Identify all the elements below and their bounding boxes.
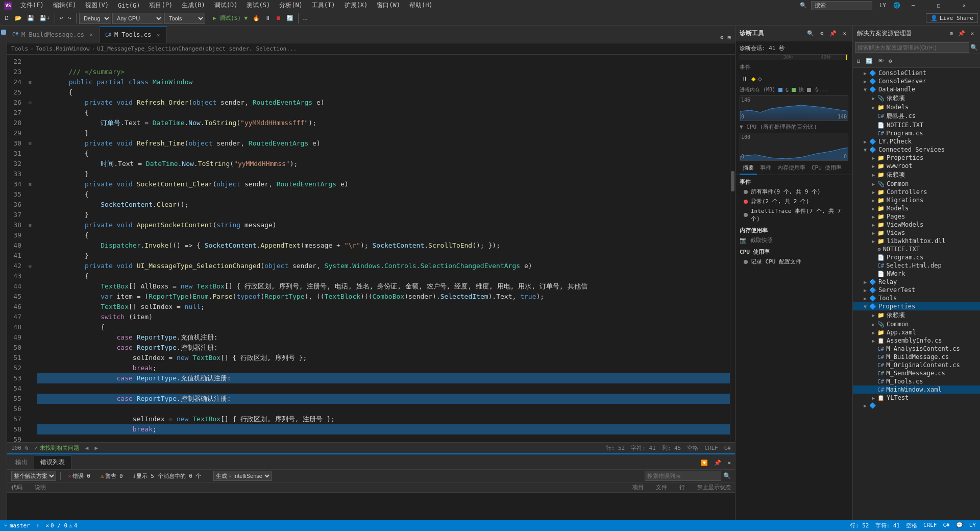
undo-button[interactable]: ↩ — [58, 13, 65, 24]
tree-consoleserver[interactable]: ▶ 🔷 ConsoleServer — [853, 77, 980, 85]
arrow-consoleclient[interactable]: ▶ — [861, 70, 869, 76]
tree-migrations[interactable]: ▶ 📁 Models — [853, 204, 980, 212]
tab-cpu-usage[interactable]: CPU 使用率 — [808, 162, 845, 175]
new-file-button[interactable]: 🗋 — [2, 13, 12, 24]
sol-refresh-button[interactable]: 🔄 — [864, 55, 875, 66]
code-content[interactable]: /// </summary> public partial class Main… — [35, 55, 730, 442]
menu-tools[interactable]: 工具(T) — [308, 0, 339, 11]
code-area[interactable]: 22 23 24 25 26 27 28 29 30 31 32 33 34 3… — [7, 55, 735, 442]
arrow-appxaml[interactable]: ▶ — [869, 338, 877, 344]
tree-nwork[interactable]: ▶ 🔷 Relay — [853, 278, 980, 286]
arrow-pages[interactable]: ▶ — [869, 222, 877, 228]
arrow-models-lyp[interactable]: ▶ — [869, 214, 877, 220]
arrow-servertest[interactable]: ▶ — [861, 296, 869, 301]
ci-42[interactable]: ⊟ — [26, 261, 35, 271]
tree-datahandle[interactable]: ▼ 🔷 DataHandle — [853, 85, 980, 93]
platform-select[interactable]: Any CPU — [112, 13, 163, 24]
explorer-icon[interactable] — [1, 30, 6, 35]
tree-props-tools[interactable]: ▶ 📁 依赖项 — [853, 310, 980, 320]
menu-debug[interactable]: 调试(D) — [210, 0, 242, 11]
diag-settings-button[interactable]: ⚙ — [818, 28, 826, 39]
arrow-props-lyp[interactable]: ▶ — [869, 163, 877, 169]
arrow-yltest[interactable]: ▶ — [861, 403, 869, 408]
ci-24[interactable]: ⊟ — [26, 77, 35, 87]
errors-filter-button[interactable]: ✕ 错误 0 — [65, 472, 93, 480]
arrow-deps-tools[interactable]: ▶ — [869, 322, 877, 327]
ci-26[interactable]: ⊟ — [26, 98, 35, 108]
arrow-props-tools[interactable]: ▶ — [869, 312, 877, 318]
arrow-models-dh[interactable]: ▶ — [869, 105, 877, 110]
tree-tools[interactable]: ▼ 🔷 Properties — [853, 302, 980, 310]
scope-select[interactable]: 整个解决方案 — [11, 471, 56, 481]
all-events-row[interactable]: 所有事件(9 个, 共 9 个) — [740, 187, 848, 197]
project-select[interactable]: Tools — [164, 13, 205, 24]
arrow-views[interactable]: ▶ — [869, 238, 877, 244]
menu-project[interactable]: 项目(P) — [145, 0, 177, 11]
status-lang[interactable]: C# — [943, 522, 950, 529]
menu-extensions[interactable]: 扩展(X) — [340, 0, 372, 11]
sol-show-all-button[interactable]: 👁 — [876, 55, 886, 66]
nav-forward[interactable]: ▶ — [94, 445, 98, 451]
generate-select[interactable]: 生成 + IntelliSense — [213, 471, 272, 481]
arrow-viewmodels[interactable]: ▶ — [869, 230, 877, 236]
tree-lypcheck[interactable]: ▼ 🔷 Connected Services — [853, 146, 980, 154]
menu-test[interactable]: 测试(S) — [242, 0, 274, 11]
messages-filter-button[interactable]: ℹ 显示 5 个消息中的 0 个 — [130, 472, 205, 480]
tab-mem-usage[interactable]: 内存使用率 — [774, 162, 808, 175]
menu-git[interactable]: Git(G) — [114, 1, 144, 10]
menu-analyze[interactable]: 分析(N) — [275, 0, 307, 11]
sol-collapse-button[interactable]: ⊟ — [855, 55, 863, 66]
maximize-button[interactable]: □ — [927, 0, 950, 11]
editor-scrollbar[interactable] — [730, 55, 735, 442]
tree-models-lyp[interactable]: ▶ 📁 Pages — [853, 212, 980, 221]
exceptions-row[interactable]: 异常(2 个, 共 2 个) — [740, 197, 848, 206]
sol-settings-button[interactable]: ⚙ — [948, 28, 955, 39]
arrow-relay[interactable]: ▶ — [861, 287, 869, 293]
arrow-deps-dh[interactable]: ▶ — [869, 95, 877, 101]
ci-38[interactable]: ⊟ — [26, 220, 35, 230]
sol-search-input[interactable] — [855, 42, 969, 53]
tree-props-lyp[interactable]: ▶ 📁 wwwroot — [853, 162, 980, 170]
close-button[interactable]: ✕ — [952, 0, 976, 11]
mem-snapshot[interactable]: 📷 截取快照 — [740, 235, 848, 245]
tree-consoleclient[interactable]: ▶ 🔷 ConsoleClient — [853, 69, 980, 77]
error-search-icon[interactable]: 🔍 — [723, 472, 731, 479]
ci-34[interactable]: ⊟ — [26, 179, 35, 189]
breadcrumb-2[interactable]: Tools.MainWindow — [36, 45, 90, 52]
restart-button[interactable]: 🔄 — [284, 13, 296, 24]
breadcrumb-1[interactable]: Tools — [11, 45, 28, 52]
menu-build[interactable]: 生成(B) — [178, 0, 209, 11]
tree-mbuild[interactable]: ▶ C# M_OriginalContent.cs — [853, 361, 980, 369]
scroll-thumb[interactable] — [731, 171, 734, 191]
tree-viewmodels[interactable]: ▶ 📁 Views — [853, 229, 980, 237]
diag-search-button[interactable]: 🔍 — [805, 28, 816, 39]
menu-window[interactable]: 窗口(W) — [373, 0, 404, 11]
sol-close-button[interactable]: ✕ — [968, 28, 976, 39]
tree-appxaml[interactable]: ▶ 📋 AssemblyInfo.cs — [853, 336, 980, 345]
arrow-lypcheck[interactable]: ▼ — [861, 147, 869, 153]
arrow-www[interactable]: ▶ — [869, 172, 877, 178]
tab-build-message[interactable]: C# M_BuildMessage.cs ✕ — [7, 26, 100, 43]
stop-button[interactable]: ⏹ — [274, 13, 283, 24]
menu-file[interactable]: 文件(F) — [16, 0, 48, 11]
intellitrace-row[interactable]: IntelliTrace 事件(7 个, 共 7 个) — [740, 206, 848, 224]
tree-select[interactable]: ▶ 📄 NWork — [853, 270, 980, 278]
minimize-button[interactable]: ─ — [901, 0, 925, 11]
menu-help[interactable]: 帮助(H) — [405, 0, 437, 11]
tree-yltest[interactable]: ▶ 🔷 — [853, 402, 980, 409]
tree-connected-services[interactable]: ▶ 📁 Properties — [853, 154, 980, 162]
tab-close-1[interactable]: ✕ — [87, 31, 95, 39]
tree-deps-lyp[interactable]: ▶ 📎 Common — [853, 180, 980, 188]
tree-deps-tools[interactable]: ▶ 📎 Common — [853, 320, 980, 328]
arrow-hikvsion[interactable]: ▶ — [861, 139, 869, 144]
tree-views[interactable]: ▶ 📁 libwkhtmltox.dll — [853, 237, 980, 245]
tree-models-dh[interactable]: ▶ 📁 Models — [853, 103, 980, 111]
tree-pages[interactable]: ▶ 📁 ViewModels — [853, 221, 980, 229]
tree-www[interactable]: ▶ 📁 依赖项 — [853, 170, 980, 180]
tree-program-lyp[interactable]: ▶ C# Select.Html.dep — [853, 261, 980, 270]
open-button[interactable]: 📂 — [13, 13, 24, 24]
lang[interactable]: C# — [724, 445, 731, 451]
tree-deps-dh[interactable]: ▶ 📎 依赖项 — [853, 93, 980, 103]
panel-hide-button[interactable]: 🔽 — [699, 457, 710, 468]
arrow-tools[interactable]: ▼ — [861, 304, 869, 309]
